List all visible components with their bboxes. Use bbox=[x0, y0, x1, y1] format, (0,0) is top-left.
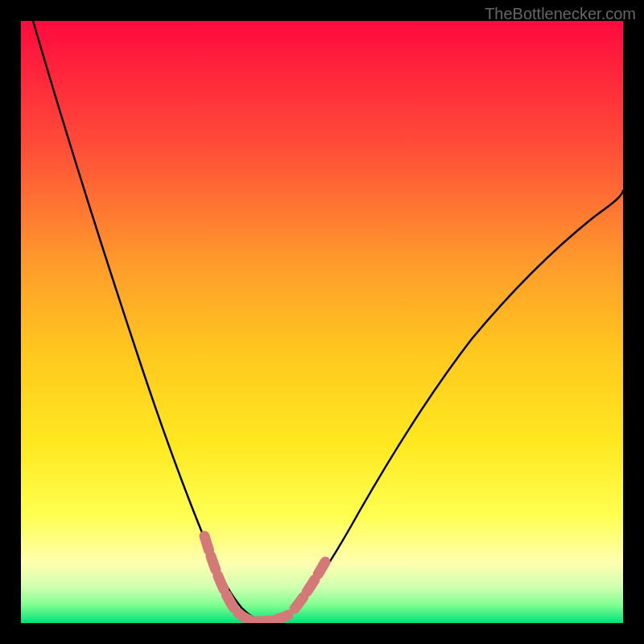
bottleneck-curve-svg bbox=[21, 21, 623, 623]
bottleneck-curve bbox=[33, 21, 623, 621]
chart-container bbox=[21, 21, 623, 623]
watermark-text: TheBottlenecker.com bbox=[485, 5, 636, 23]
highlight-segment-right bbox=[295, 562, 325, 609]
highlight-segment-left bbox=[204, 536, 288, 621]
